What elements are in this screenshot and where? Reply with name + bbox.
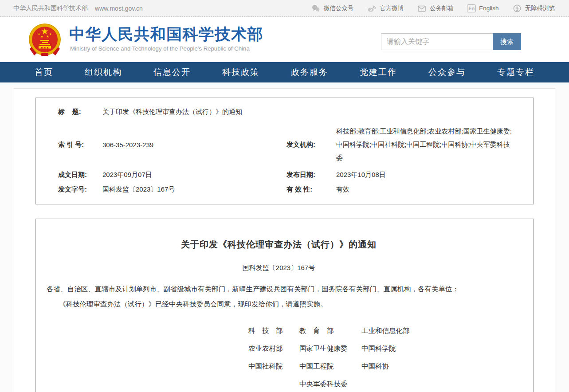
wechat-icon [311,4,321,13]
meta-date-written-value: 2023年09月07日 [102,171,286,179]
signer: 中国科协 [361,362,389,371]
nav-item-info-disclosure[interactable]: 信息公开 [153,67,191,78]
signature-row: 中央军委科技委 [248,380,511,389]
weibo-icon [367,4,377,13]
signer: 农业农村部 [248,344,299,353]
en-icon: En [467,4,476,12]
utility-bar: 中华人民共和国科学技术部 www.most.gov.cn 微信公众号 [0,0,569,17]
mail-icon [417,4,427,13]
meta-validity-value: 有效 [336,185,349,194]
meta-doc-number-label: 发文字号: [58,185,102,194]
meta-validity-label: 有 效 性: [286,185,336,194]
meta-title-label: 标 题: [58,108,102,116]
signer: 中国科学院 [361,344,396,353]
document-number: 国科发监〔2023〕167号 [47,264,511,272]
search-input[interactable] [381,33,493,50]
meta-issuer-label: 发文机构: [286,141,336,149]
english-link[interactable]: En English [467,4,498,12]
nav-item-sci-policy[interactable]: 科技政策 [222,67,259,78]
accessibility-icon [512,4,522,13]
nav-item-public-participation[interactable]: 公众参与 [428,67,466,78]
signer: 科 技 部 [248,326,299,336]
document-paragraph: 各省、自治区、直辖市及计划单列市、副省级城市有关部门，新疆生产建设兵团有关部门，… [47,284,511,294]
topbar-site-url[interactable]: www.most.gov.cn [95,5,143,12]
signer: 中央军委科技委 [299,380,361,389]
signature-row: 中国社科院 中国工程院 中国科协 [248,362,511,371]
meta-date-written-label: 成文日期: [58,171,102,179]
weibo-link[interactable]: 官方微博 [367,4,404,13]
nav-item-organization[interactable]: 组织机构 [85,67,122,78]
site-header: 中华人民共和国科学技术部 Ministry of Science and Tec… [0,17,569,62]
national-emblem-logo[interactable] [28,22,62,58]
signature-row: 农业农村部 国家卫生健康委 中国科学院 [248,344,511,353]
main-nav: 首页 组织机构 信息公开 科技政策 政务服务 党建工作 公众参与 专题专栏 [0,62,569,82]
signer: 教 育 部 [299,326,361,336]
wechat-label: 微信公众号 [324,4,354,12]
document-body-box: 关于印发《科技伦理审查办法（试行）》的通知 国科发监〔2023〕167号 各省、… [35,219,534,392]
accessibility-label: 无障碍浏览 [525,4,555,12]
signer: 国家卫生健康委 [299,344,361,353]
nav-item-special-columns[interactable]: 专题专栏 [497,67,534,78]
weibo-label: 官方微博 [380,4,404,12]
signer: 中国工程院 [299,362,361,371]
meta-index-label: 索 引 号: [58,141,102,149]
signer: 工业和信息化部 [361,326,410,336]
english-label: English [479,5,498,12]
accessibility-link[interactable]: 无障碍浏览 [512,4,555,13]
search-button[interactable]: 搜索 [493,33,521,50]
meta-date-published-value: 2023年10月08日 [336,171,386,179]
meta-doc-number-value: 国科发监〔2023〕167号 [102,185,286,194]
meta-index-value: 306-35-2023-239 [102,141,286,149]
content-wrapper: 标 题: 关于印发《科技伦理审查办法（试行）》的通知 索 引 号: 306-35… [14,88,555,392]
meta-date-published-label: 发布日期: [286,171,336,179]
mail-label: 公务邮箱 [430,4,454,12]
mail-link[interactable]: 公务邮箱 [417,4,454,13]
nav-item-home[interactable]: 首页 [35,67,53,78]
nav-item-party-building[interactable]: 党建工作 [360,67,397,78]
meta-title-value: 关于印发《科技伦理审查办法（试行）》的通知 [102,108,242,116]
site-subtitle: Ministry of Science and Technology of th… [70,45,250,52]
topbar-site-name: 中华人民共和国科学技术部 [13,4,88,12]
document-title: 关于印发《科技伦理审查办法（试行）》的通知 [47,239,511,251]
site-title: 中华人民共和国科学技术部 [69,24,263,45]
site-search: 搜索 [381,33,521,50]
document-paragraph: 《科技伦理审查办法（试行）》已经中央科技委员会同意，现印发给你们，请遵照实施。 [47,299,511,310]
signature-row: 科 技 部 教 育 部 工业和信息化部 [248,326,511,336]
meta-issuer-value: 科技部;教育部;工业和信息化部;农业农村部;国家卫生健康委;中国科学院;中国社科… [336,125,533,165]
document-metadata-box: 标 题: 关于印发《科技伦理审查办法（试行）》的通知 索 引 号: 306-35… [35,98,534,204]
signer: 中国社科院 [248,362,299,371]
signature-block: 科 技 部 教 育 部 工业和信息化部 农业农村部 国家卫生健康委 中国科学院 … [248,326,511,392]
wechat-link[interactable]: 微信公众号 [311,4,354,13]
nav-item-gov-services[interactable]: 政务服务 [291,67,328,78]
